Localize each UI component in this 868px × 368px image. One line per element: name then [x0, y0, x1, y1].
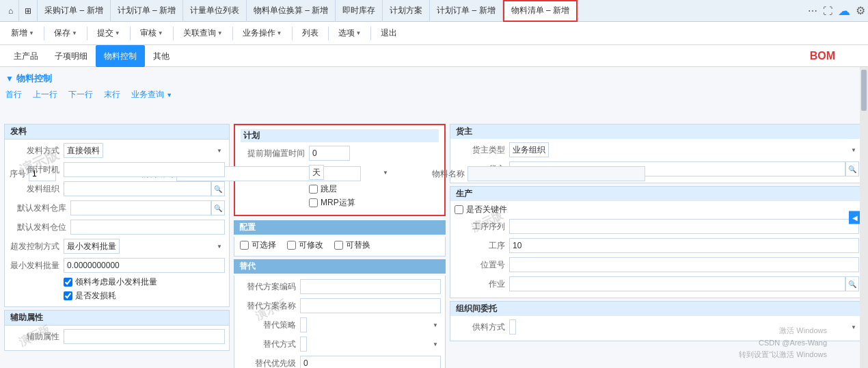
- issue-org-input[interactable]: [64, 181, 211, 196]
- advance-input[interactable]: 0: [309, 146, 350, 161]
- default-location-input[interactable]: [70, 220, 225, 235]
- expand-icon[interactable]: ⛶: [823, 5, 832, 16]
- replace-priority-input[interactable]: [300, 356, 441, 368]
- position-row: 位置号: [455, 257, 859, 273]
- issue-method-select[interactable]: 直接领料: [64, 143, 103, 158]
- nav-next[interactable]: 下一行: [68, 89, 93, 101]
- tab-more-icon[interactable]: ⋯: [808, 5, 817, 16]
- replace-strategy-select[interactable]: [300, 317, 307, 332]
- optional-row: 可选择: [240, 239, 276, 251]
- org-section-header: 组织间委托: [450, 302, 863, 316]
- work-input[interactable]: [509, 276, 845, 291]
- sub-tab-other[interactable]: 其他: [145, 45, 178, 67]
- sub-tab-material-control[interactable]: 物料控制: [96, 45, 145, 67]
- replace-strategy-select-wrapper[interactable]: [300, 317, 441, 332]
- replace-header: 替代: [234, 259, 446, 274]
- grid-icon[interactable]: ⊞: [19, 0, 38, 22]
- sub-tab-sub-items[interactable]: 子项明细: [46, 45, 96, 67]
- save-button[interactable]: 保存 ▼: [49, 25, 83, 42]
- audit-button[interactable]: 审核 ▼: [135, 25, 169, 42]
- supply-method-select[interactable]: [509, 319, 516, 334]
- advance-label: 提前期偏置时间: [241, 148, 309, 159]
- consider-min-checkbox[interactable]: [64, 278, 72, 287]
- aux-attr-input[interactable]: [64, 329, 225, 344]
- process-seq-input[interactable]: [509, 219, 859, 234]
- time-unit-select[interactable]: 天: [309, 165, 324, 180]
- issue-method-label: 发料方式: [9, 145, 64, 157]
- sep1: [44, 27, 44, 40]
- assoc-caret: ▼: [217, 30, 223, 36]
- replace-priority-label: 替代优先级: [239, 358, 300, 369]
- min-issue-input[interactable]: 0.0000000000: [64, 258, 225, 273]
- advance-row: 提前期偏置时间 0: [241, 145, 439, 161]
- overissue-select[interactable]: 最小发料批量: [64, 239, 120, 254]
- home-tab[interactable]: ⌂: [3, 0, 19, 22]
- replace-code-row: 替代方案编码: [239, 278, 441, 295]
- aux-attr-label: 辅助属性: [9, 331, 64, 343]
- is-scrap-checkbox[interactable]: [64, 291, 72, 300]
- assoc-query-label: 关联查询: [183, 27, 216, 39]
- side-tab-1[interactable]: ◀: [849, 211, 860, 224]
- scrollbar-thumb[interactable]: [861, 70, 867, 111]
- nav-prev[interactable]: 上一行: [33, 89, 57, 101]
- mrp-checkbox[interactable]: [309, 198, 318, 207]
- nav-biz-query[interactable]: 业务查询 ▼: [131, 89, 172, 101]
- work-row: 作业 🔍: [455, 276, 859, 292]
- tab-purchase-order[interactable]: 采购订单 – 新增: [38, 0, 110, 22]
- side-tabs: ◀: [849, 211, 860, 224]
- tab-plan-order-1[interactable]: 计划订单 – 新增: [111, 0, 183, 22]
- tab-unit-convert[interactable]: 物料单位换算 – 新增: [247, 0, 336, 22]
- replace-code-input[interactable]: [300, 279, 441, 294]
- tab-realtime-stock[interactable]: 即时库存: [336, 0, 383, 22]
- replaceable-checkbox[interactable]: [334, 241, 343, 250]
- nav-last[interactable]: 末行: [104, 89, 120, 101]
- issue-method-row: 发料方式 直接领料: [9, 142, 225, 159]
- settings-icon[interactable]: ⚙: [856, 4, 865, 17]
- scrollbar[interactable]: [860, 67, 868, 368]
- nav-first[interactable]: 首行: [5, 89, 22, 101]
- replace-method-select-wrapper[interactable]: [300, 337, 441, 352]
- assoc-query-button[interactable]: 关联查询 ▼: [178, 25, 228, 42]
- vendor-search[interactable]: 🔍: [845, 161, 859, 176]
- position-label: 位置号: [455, 259, 509, 271]
- modifiable-checkbox[interactable]: [287, 241, 296, 250]
- skip-checkbox[interactable]: [309, 185, 318, 194]
- cloud-icon[interactable]: ☁: [838, 3, 850, 18]
- tab-bom-new[interactable]: 物料清单 – 新增: [503, 0, 578, 22]
- is-key-checkbox[interactable]: [455, 205, 463, 214]
- issue-org-label: 发料组织: [9, 183, 64, 195]
- sep8: [370, 27, 371, 40]
- biz-op-button[interactable]: 业务操作 ▼: [237, 25, 288, 42]
- vendor-type-select-wrapper[interactable]: 业务组织: [509, 142, 859, 157]
- default-warehouse-search[interactable]: 🔍: [211, 200, 225, 215]
- time-unit-select-wrapper[interactable]: 天: [309, 165, 391, 180]
- collapse-arrow[interactable]: ▼: [5, 74, 14, 83]
- issue-method-select-wrapper[interactable]: 直接领料: [64, 143, 225, 158]
- replace-name-input[interactable]: [300, 298, 441, 313]
- replace-strategy-row: 替代策略: [239, 317, 441, 333]
- exit-button[interactable]: 退出: [375, 25, 403, 42]
- sub-tab-main-product[interactable]: 主产品: [5, 45, 46, 67]
- default-warehouse-input[interactable]: [70, 200, 211, 215]
- work-search[interactable]: 🔍: [845, 276, 859, 291]
- process-input[interactable]: [509, 238, 859, 253]
- issue-org-search[interactable]: 🔍: [211, 181, 225, 196]
- tab-plan-scheme[interactable]: 计划方案: [383, 0, 430, 22]
- exit-label: 退出: [381, 27, 397, 39]
- biz-op-label: 业务操作: [243, 27, 275, 39]
- is-key-row: 是否关键件: [455, 204, 859, 215]
- submit-button[interactable]: 提交 ▼: [92, 25, 126, 42]
- overissue-select-wrapper[interactable]: 最小发料批量: [64, 239, 225, 254]
- tab-plan-order-2[interactable]: 计划订单 – 新增: [430, 0, 502, 22]
- list-button[interactable]: 列表: [297, 25, 324, 42]
- countdown-input[interactable]: [64, 162, 225, 177]
- save-label: 保存: [54, 27, 70, 39]
- tab-unit-list[interactable]: 计量单位列表: [183, 0, 247, 22]
- vendor-type-select[interactable]: 业务组织: [509, 142, 549, 157]
- new-label: 新增: [11, 27, 27, 39]
- position-input[interactable]: [509, 257, 859, 272]
- optional-checkbox[interactable]: [240, 241, 249, 250]
- replace-method-select[interactable]: [300, 337, 307, 352]
- new-button[interactable]: 新增 ▼: [5, 25, 40, 42]
- options-button[interactable]: 选项 ▼: [333, 25, 367, 42]
